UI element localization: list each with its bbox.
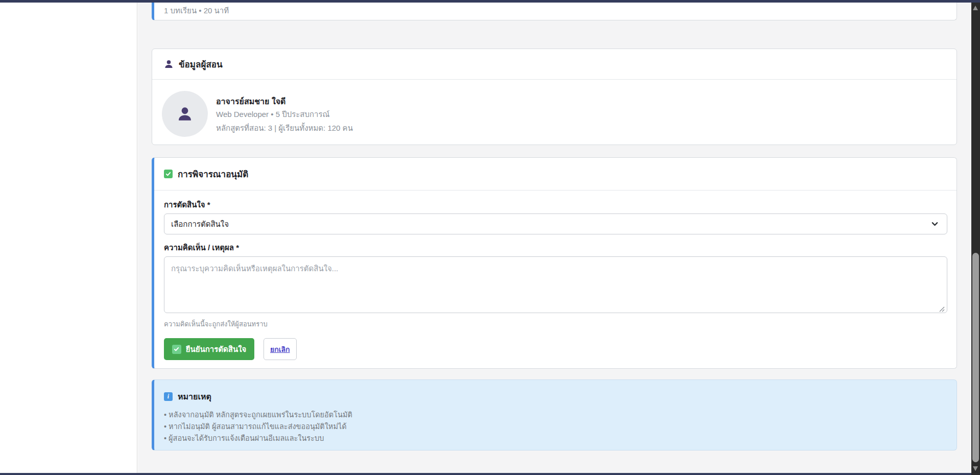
approval-card-title: การพิจารณาอนุมัติ [178,167,248,181]
person-icon [164,59,174,69]
left-sidebar [0,3,137,473]
instructor-text-block: อาจารย์สมชาย ใจดี Web Developer • 5 ปีปร… [216,91,353,137]
instructor-stats: หลักสูตรที่สอน: 3 | ผู้เรียนทั้งหมด: 120… [216,121,353,135]
button-check-icon [172,345,181,354]
comment-hint: ความคิดเห็นนี้จะถูกส่งให้ผู้สอนทราบ [164,320,947,328]
approval-page: 1 บทเรียน • 20 นาที ข้อมูลผู้สอน อาจารย์… [0,0,980,475]
instructor-card-header: ข้อมูลผู้สอน [152,49,957,80]
comment-textarea[interactable] [164,256,947,313]
approval-card: การพิจารณาอนุมัติ การตัดสินใจ * เลือกการ… [152,157,957,369]
decision-label: การตัดสินใจ * [164,200,947,210]
note-item: • หลังจากอนุมัติ หลักสูตรจะถูกเผยแพร่ในร… [164,409,945,421]
window-bottom-border [0,473,980,475]
window-top-border [0,0,980,3]
check-icon [164,170,173,178]
approval-card-header: การพิจารณาอนุมัติ [154,158,957,191]
instructor-name: อาจารย์สมชาย ใจดี [216,96,353,107]
scrollbar-thumb[interactable] [972,253,979,462]
action-buttons: ยืนยันการตัดสินใจ ยกเลิก [164,338,947,360]
lesson-summary-card: 1 บทเรียน • 20 นาที [152,3,957,20]
instructor-card-title: ข้อมูลผู้สอน [179,57,223,71]
note-card: i หมายเหตุ • หลังจากอนุมัติ หลักสูตรจะถู… [152,379,957,450]
lesson-meta-text: 1 บทเรียน • 20 นาที [154,3,957,17]
page-scrollbar[interactable] [971,3,980,475]
confirm-decision-button[interactable]: ยืนยันการตัดสินใจ [164,338,254,360]
note-header: i หมายเหตุ [164,390,945,403]
approval-form: การตัดสินใจ * เลือกการตัดสินใจ ความคิดเห… [154,191,957,360]
instructor-role: Web Developer • 5 ปีประสบการณ์ [216,107,353,121]
instructor-avatar [162,91,208,137]
scrollbar-up-arrow-icon[interactable] [973,6,978,10]
cancel-button-label: ยกเลิก [270,344,290,355]
info-icon: i [164,392,173,401]
note-item: • ผู้สอนจะได้รับการแจ้งเตือนผ่านอีเมลและ… [164,433,945,444]
avatar-person-icon [177,106,193,122]
instructor-card: ข้อมูลผู้สอน อาจารย์สมชาย ใจดี Web Devel… [152,49,957,145]
confirm-button-label: ยืนยันการตัดสินใจ [186,343,247,355]
note-list: • หลังจากอนุมัติ หลักสูตรจะถูกเผยแพร่ในร… [164,409,945,444]
decision-select[interactable]: เลือกการตัดสินใจ [164,213,947,234]
cancel-button[interactable]: ยกเลิก [264,338,297,360]
note-title: หมายเหตุ [178,390,211,403]
scrollbar-down-arrow-icon[interactable] [973,466,978,471]
note-item: • หากไม่อนุมัติ ผู้สอนสามารถแก้ไขและส่งข… [164,421,945,433]
instructor-details: อาจารย์สมชาย ใจดี Web Developer • 5 ปีปร… [152,80,957,137]
comment-label: ความคิดเห็น / เหตุผล * [164,243,947,253]
